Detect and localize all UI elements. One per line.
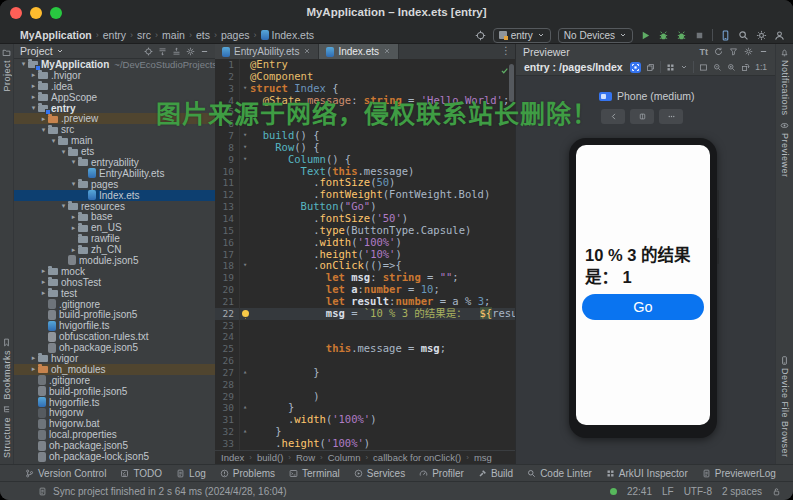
caret-position[interactable]: 22:41 bbox=[627, 486, 652, 497]
fold-icon[interactable]: ▾ bbox=[239, 130, 250, 142]
device-profile-label[interactable]: Phone (medium) bbox=[599, 90, 695, 102]
chevron-down-icon[interactable]: ▾ bbox=[19, 60, 28, 68]
go-button[interactable]: Go bbox=[582, 294, 704, 320]
fold-icon[interactable]: ▴ bbox=[239, 426, 250, 438]
tool-window-button-log[interactable]: Log bbox=[169, 465, 213, 481]
fold-icon[interactable]: ▴ bbox=[239, 402, 250, 414]
tool-window-button-services[interactable]: Services bbox=[347, 465, 412, 481]
target-icon[interactable] bbox=[475, 30, 486, 41]
tree-item-rawfile[interactable]: rawfile bbox=[14, 233, 215, 244]
breadcrumb-item-index-ets[interactable]: Index.ets bbox=[261, 29, 315, 41]
chevron-down-icon[interactable]: ▾ bbox=[59, 148, 68, 156]
device-manager-icon[interactable] bbox=[720, 30, 731, 41]
settings-icon[interactable] bbox=[744, 47, 753, 56]
tree-item-entryability[interactable]: ▾entryability bbox=[14, 157, 215, 168]
text-size-icon[interactable]: Tt bbox=[700, 47, 709, 57]
close-icon[interactable] bbox=[303, 46, 311, 57]
run-config-selector[interactable]: entry bbox=[493, 28, 551, 43]
editor-tab-index-ets[interactable]: Index.ets bbox=[319, 44, 399, 59]
tree-item-hvigorw-bat[interactable]: hvigorw.bat bbox=[14, 418, 215, 429]
lock-icon[interactable] bbox=[772, 487, 781, 496]
chevron-right-icon[interactable]: ▸ bbox=[69, 246, 78, 254]
multitask-icon[interactable] bbox=[630, 109, 654, 124]
debug-icon[interactable] bbox=[658, 30, 669, 41]
fold-icon[interactable]: ▾ bbox=[239, 154, 250, 166]
code-line-25[interactable]: 25 this.message = msg; bbox=[215, 343, 515, 355]
tree-item-oh-modules[interactable]: ▸oh_modules bbox=[14, 364, 215, 375]
tree-item-hvigor[interactable]: ▸hvigor bbox=[14, 353, 215, 364]
tool-window-button-previewerlog[interactable]: PreviewerLog bbox=[695, 465, 783, 481]
tree-item-ets[interactable]: ▾ets bbox=[14, 146, 215, 157]
editor-breadcrumb-msg[interactable]: msg bbox=[474, 452, 492, 463]
line-ending[interactable]: LF bbox=[662, 486, 674, 497]
chevron-right-icon[interactable]: ▸ bbox=[29, 82, 38, 90]
tree-item-test[interactable]: ▸test bbox=[14, 288, 215, 299]
tree-item-hvigor[interactable]: ▸.hvigor bbox=[14, 70, 215, 81]
tree-item-mock[interactable]: ▸mock bbox=[14, 266, 215, 277]
code-line-22[interactable]: 22 msg = `10 % 3 的结果是： ${result}`; bbox=[215, 308, 515, 320]
tree-item-entryability-ets[interactable]: EntryAbility.ets bbox=[14, 168, 215, 179]
tree-item-index-ets[interactable]: Index.ets bbox=[14, 190, 215, 201]
chevron-right-icon[interactable]: ▸ bbox=[39, 115, 48, 123]
tree-item-gitignore[interactable]: .gitignore bbox=[14, 375, 215, 386]
inspection-ok-icon[interactable] bbox=[500, 61, 509, 79]
grid-view-icon[interactable] bbox=[666, 63, 675, 72]
editor-breadcrumb-index[interactable]: Index bbox=[221, 452, 244, 463]
tree-item-pages[interactable]: ▾pages bbox=[14, 179, 215, 190]
search-icon[interactable] bbox=[738, 30, 749, 41]
chevron-right-icon[interactable]: ▸ bbox=[29, 71, 38, 79]
breadcrumb-item-entry[interactable]: entry bbox=[103, 29, 126, 41]
breadcrumb-item-main[interactable]: main bbox=[162, 29, 185, 41]
settings-icon[interactable] bbox=[756, 30, 767, 41]
tree-item-ohostest[interactable]: ▸ohosTest bbox=[14, 277, 215, 288]
tab-options-icon[interactable]: ⋮ bbox=[501, 45, 511, 56]
zoom-out-icon[interactable] bbox=[713, 63, 722, 72]
chevron-down-icon[interactable]: ▾ bbox=[49, 137, 58, 145]
tool-window-button-version-control[interactable]: Version Control bbox=[18, 465, 113, 481]
hide-icon[interactable] bbox=[200, 47, 209, 56]
chevron-right-icon[interactable]: ▸ bbox=[39, 289, 48, 297]
chevron-right-icon[interactable]: ▸ bbox=[29, 365, 38, 373]
tree-item-idea[interactable]: ▸.idea bbox=[14, 81, 215, 92]
code-line-23[interactable]: 23 bbox=[215, 320, 515, 332]
chevron-down-icon[interactable]: ▾ bbox=[39, 126, 48, 134]
hide-icon[interactable] bbox=[759, 47, 768, 56]
tree-item-gitignore[interactable]: .gitignore bbox=[14, 299, 215, 310]
fold-icon[interactable]: ▾ bbox=[239, 260, 250, 272]
tool-window-button-build[interactable]: Build bbox=[471, 465, 520, 481]
close-icon[interactable] bbox=[383, 46, 391, 57]
editor-tab-entryability-ets[interactable]: EntryAbility.ets bbox=[215, 44, 319, 59]
tree-item-zh-cn[interactable]: ▸zh_CN bbox=[14, 244, 215, 255]
chevron-down-icon[interactable] bbox=[680, 63, 688, 71]
chevron-right-icon[interactable]: ▸ bbox=[39, 278, 48, 286]
inspect-icon[interactable] bbox=[630, 62, 641, 73]
tree-item-obfuscation-rules-txt[interactable]: obfuscation-rules.txt bbox=[14, 331, 215, 342]
chevron-right-icon[interactable]: ▸ bbox=[69, 213, 78, 221]
tool-window-button-problems[interactable]: Problems bbox=[213, 465, 282, 481]
back-icon[interactable] bbox=[601, 109, 625, 124]
indent-style[interactable]: 2 spaces bbox=[722, 486, 762, 497]
editor-breadcrumb-callback-for-onclick[interactable]: callback for onClick() bbox=[373, 452, 461, 463]
chevron-down-icon[interactable]: ▾ bbox=[59, 202, 68, 210]
tree-item-module-json5[interactable]: module.json5 bbox=[14, 255, 215, 266]
zoom-in-icon[interactable] bbox=[727, 63, 736, 72]
tool-window-button-code-linter[interactable]: Code Linter bbox=[520, 465, 599, 481]
tree-item-main[interactable]: ▾main bbox=[14, 135, 215, 146]
frame-icon[interactable] bbox=[699, 63, 708, 72]
chevron-right-icon[interactable]: ▸ bbox=[29, 93, 38, 101]
sidebar-tab-project[interactable]: Project bbox=[2, 48, 12, 92]
options-icon[interactable] bbox=[186, 47, 195, 56]
tree-item-oh-package-lock-json5[interactable]: oh-package-lock.json5 bbox=[14, 451, 215, 462]
fold-icon[interactable]: ▴ bbox=[239, 367, 250, 379]
intention-bulb-icon[interactable] bbox=[242, 310, 249, 317]
sidebar-tab-notifications[interactable]: Notifications bbox=[780, 48, 790, 116]
editor-breadcrumb-row[interactable]: Row bbox=[296, 452, 315, 463]
tree-item-hvigorw[interactable]: hvigorw bbox=[14, 408, 215, 419]
locate-icon[interactable] bbox=[144, 47, 153, 56]
run-icon[interactable] bbox=[640, 30, 651, 41]
stop-icon[interactable] bbox=[694, 30, 705, 41]
tree-item-local-properties[interactable]: local.properties bbox=[14, 429, 215, 440]
refresh-icon[interactable] bbox=[714, 47, 723, 56]
sidebar-tab-previewer[interactable]: Previewer bbox=[780, 121, 790, 178]
breadcrumb-item-pages[interactable]: pages bbox=[221, 29, 250, 41]
